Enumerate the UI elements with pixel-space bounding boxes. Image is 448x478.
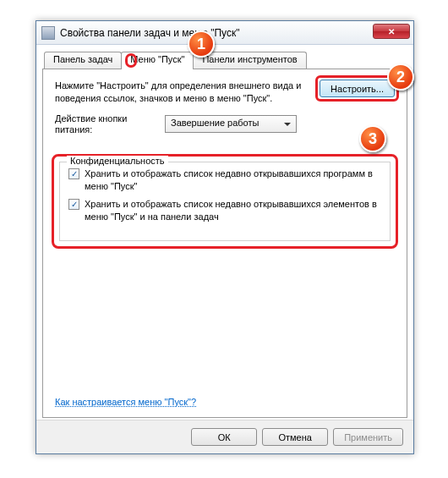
help-link[interactable]: Как настраивается меню "Пуск"? — [55, 397, 196, 407]
tab-taskbar-label: Панель задач — [53, 54, 112, 64]
properties-dialog: Свойства панели задач и меню "Пуск" ✕ Па… — [36, 20, 414, 454]
titlebar: Свойства панели задач и меню "Пуск" ✕ — [36, 21, 413, 45]
privacy-groupbox: Конфиденциальность ✓ Хранить и отображат… — [59, 162, 391, 241]
close-button[interactable]: ✕ — [373, 24, 410, 39]
tab-taskbar[interactable]: Панель задач — [44, 52, 122, 69]
privacy-checkbox-2[interactable]: ✓ — [68, 199, 79, 210]
apply-button: Применить — [333, 428, 403, 446]
annotation-marker-2: 2 — [387, 63, 414, 91]
privacy-label-2: Хранить и отображать список недавно откр… — [85, 198, 381, 223]
tab-start-menu-label: Меню "Пуск" — [130, 54, 184, 64]
privacy-label-1: Хранить и отображать список недавно откр… — [85, 168, 381, 193]
annotation-marker-1: 1 — [188, 30, 215, 58]
window-icon — [41, 26, 55, 40]
privacy-group-title: Конфиденциальность — [67, 156, 168, 166]
privacy-option-2-row: ✓ Хранить и отображать список недавно от… — [60, 193, 390, 223]
customize-description: Нажмите "Настроить" для определения внеш… — [55, 80, 311, 105]
customize-button-wrap: Настроить... — [320, 80, 395, 97]
privacy-option-1-row: ✓ Хранить и отображать список недавно от… — [60, 162, 390, 193]
tab-start-menu[interactable]: Меню "Пуск" — [121, 52, 194, 69]
customize-row: Нажмите "Настроить" для определения внеш… — [55, 80, 395, 105]
cancel-button[interactable]: Отмена — [262, 428, 328, 446]
power-action-label: Действие кнопки питания: — [55, 113, 155, 135]
tab-toolbars-label: Панели инструментов — [202, 54, 297, 64]
annotation-marker-3: 3 — [359, 125, 386, 152]
tab-page-start-menu: Нажмите "Настроить" для определения внеш… — [42, 69, 407, 418]
dialog-footer: ОК Отмена Применить — [36, 420, 413, 453]
power-action-value: Завершение работы — [171, 118, 259, 128]
power-action-row: Действие кнопки питания: Завершение рабо… — [55, 113, 395, 135]
close-icon: ✕ — [388, 27, 395, 36]
client-area: Панель задач Меню "Пуск" Панели инструме… — [42, 51, 407, 418]
ok-button[interactable]: ОК — [191, 428, 257, 446]
annotation-highlight-privacy: Конфиденциальность ✓ Хранить и отображат… — [52, 154, 398, 249]
power-action-combo[interactable]: Завершение работы — [165, 115, 297, 133]
customize-button[interactable]: Настроить... — [320, 80, 395, 97]
tab-bar: Панель задач Меню "Пуск" Панели инструме… — [42, 51, 407, 69]
privacy-checkbox-1[interactable]: ✓ — [68, 168, 79, 179]
